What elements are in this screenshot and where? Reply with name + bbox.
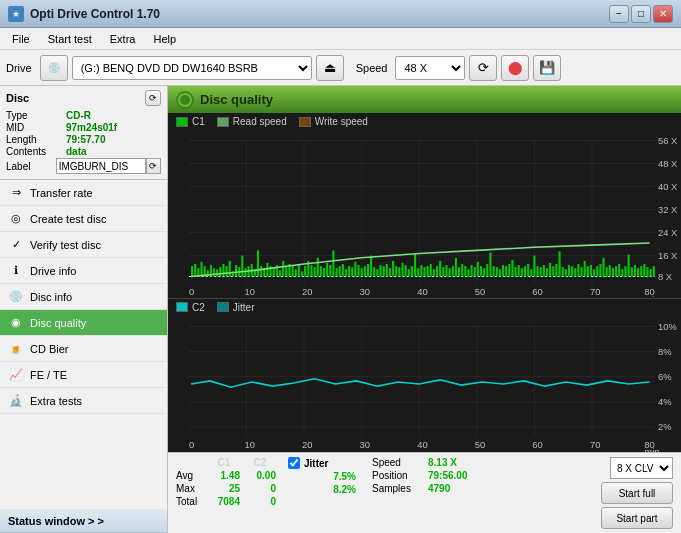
svg-text:70: 70 — [590, 439, 600, 450]
svg-rect-50 — [244, 269, 246, 277]
write-speed-legend-label: Write speed — [315, 116, 368, 127]
svg-rect-153 — [568, 265, 570, 277]
svg-rect-156 — [577, 264, 579, 277]
stats-bar: C1 C2 Avg 1.48 0.00 Max 25 0 Total 7084 … — [168, 452, 681, 533]
svg-text:24 X: 24 X — [658, 227, 678, 238]
sidebar-item-label: Transfer rate — [30, 187, 93, 199]
svg-rect-77 — [329, 265, 331, 277]
sidebar-item-extra-tests[interactable]: 🔬 Extra tests — [0, 388, 167, 414]
c1-avg: 1.48 — [208, 470, 240, 481]
refresh-button[interactable]: ⟳ — [469, 55, 497, 81]
svg-rect-90 — [370, 256, 372, 277]
speed-info-val: 8.13 X — [428, 457, 457, 468]
svg-rect-106 — [420, 265, 422, 277]
jitter-checkbox[interactable] — [288, 457, 300, 469]
svg-rect-101 — [405, 265, 407, 277]
speed-select[interactable]: 48 X — [395, 56, 465, 80]
drive-info-icon: ℹ — [8, 263, 24, 279]
disc-label-button[interactable]: ⟳ — [146, 158, 161, 174]
sidebar-item-transfer-rate[interactable]: ⇒ Transfer rate — [0, 180, 167, 206]
maximize-button[interactable]: □ — [631, 5, 651, 23]
svg-text:4%: 4% — [658, 396, 672, 407]
chart-header: Disc quality — [168, 86, 681, 113]
sidebar-item-disc-info[interactable]: 💿 Disc info — [0, 284, 167, 310]
sidebar-item-label: CD Bier — [30, 343, 69, 355]
svg-rect-145 — [543, 265, 545, 277]
svg-rect-139 — [524, 267, 526, 277]
jitter-avg: 7.5% — [320, 471, 356, 482]
svg-rect-108 — [427, 267, 429, 277]
svg-rect-80 — [339, 267, 341, 277]
svg-text:10: 10 — [244, 287, 254, 298]
status-window-button[interactable]: Status window > > — [0, 509, 167, 533]
disc-mid-key: MID — [6, 122, 66, 133]
disc-panel-title: Disc — [6, 92, 29, 104]
sidebar-item-verify-test-disc[interactable]: ✓ Verify test disc — [0, 232, 167, 258]
svg-rect-75 — [323, 269, 325, 277]
chart-title: Disc quality — [200, 92, 273, 107]
start-part-button[interactable]: Start part — [601, 507, 673, 529]
start-full-button[interactable]: Start full — [601, 482, 673, 504]
sidebar-item-label: Verify test disc — [30, 239, 101, 251]
disc-label-key: Label — [6, 161, 56, 172]
svg-text:60: 60 — [532, 439, 542, 450]
svg-text:32 X: 32 X — [658, 204, 678, 215]
svg-rect-84 — [351, 268, 353, 277]
top-chart-svg: 56 X 48 X 40 X 32 X 24 X 16 X 8 X 0 10 2… — [168, 130, 681, 298]
charts-container: C1 Read speed Write speed — [168, 113, 681, 452]
svg-rect-148 — [552, 267, 554, 277]
c1-total: 7084 — [208, 496, 240, 507]
c2-col-header: C2 — [244, 457, 276, 468]
svg-rect-116 — [452, 267, 454, 277]
svg-text:0: 0 — [189, 287, 194, 298]
svg-rect-85 — [354, 262, 356, 277]
disc-label-input[interactable] — [56, 158, 146, 174]
svg-text:20: 20 — [302, 287, 312, 298]
drive-icon: 💿 — [40, 55, 68, 81]
svg-rect-61 — [279, 271, 281, 277]
svg-rect-100 — [401, 263, 403, 277]
svg-rect-135 — [511, 260, 513, 277]
svg-text:48 X: 48 X — [658, 158, 678, 169]
sidebar-item-fe-te[interactable]: 📈 FE / TE — [0, 362, 167, 388]
svg-rect-96 — [389, 269, 391, 277]
disc-refresh-button[interactable]: ⟳ — [145, 90, 161, 106]
fe-te-icon: 📈 — [8, 367, 24, 383]
svg-rect-152 — [565, 270, 567, 277]
save-button[interactable]: 💾 — [533, 55, 561, 81]
sidebar-item-create-test-disc[interactable]: ◎ Create test disc — [0, 206, 167, 232]
c2-max: 0 — [244, 483, 276, 494]
sidebar: Disc ⟳ Type CD-R MID 97m24s01f Length 79… — [0, 86, 168, 533]
sidebar-item-cd-bier[interactable]: 🍺 CD Bier — [0, 336, 167, 362]
top-chart-legend: C1 Read speed Write speed — [168, 113, 681, 130]
sidebar-item-drive-info[interactable]: ℹ Drive info — [0, 258, 167, 284]
svg-rect-99 — [398, 268, 400, 277]
menu-help[interactable]: Help — [145, 31, 184, 47]
clv-select[interactable]: 8 X CLV — [610, 457, 673, 479]
svg-rect-63 — [285, 268, 287, 277]
svg-rect-120 — [464, 267, 466, 277]
color-button[interactable]: ⬤ — [501, 55, 529, 81]
menu-extra[interactable]: Extra — [102, 31, 144, 47]
svg-text:8%: 8% — [658, 346, 672, 357]
sidebar-item-disc-quality[interactable]: ◉ Disc quality — [0, 310, 167, 336]
menu-file[interactable]: File — [4, 31, 38, 47]
c2-avg: 0.00 — [244, 470, 276, 481]
svg-rect-143 — [537, 267, 539, 277]
svg-rect-169 — [618, 264, 620, 277]
minimize-button[interactable]: − — [609, 5, 629, 23]
position-label: Position — [372, 470, 424, 481]
svg-rect-83 — [348, 267, 350, 277]
close-button[interactable]: ✕ — [653, 5, 673, 23]
jitter-max: 8.2% — [320, 484, 356, 495]
svg-rect-124 — [477, 262, 479, 277]
svg-rect-92 — [376, 270, 378, 277]
svg-rect-123 — [474, 268, 476, 277]
window-controls: − □ ✕ — [609, 5, 673, 23]
svg-rect-87 — [361, 269, 363, 277]
svg-rect-66 — [295, 270, 297, 277]
menu-start-test[interactable]: Start test — [40, 31, 100, 47]
eject-button[interactable]: ⏏ — [316, 55, 344, 81]
drive-select[interactable]: (G:) BENQ DVD DD DW1640 BSRB — [72, 56, 312, 80]
read-speed-legend-label: Read speed — [233, 116, 287, 127]
